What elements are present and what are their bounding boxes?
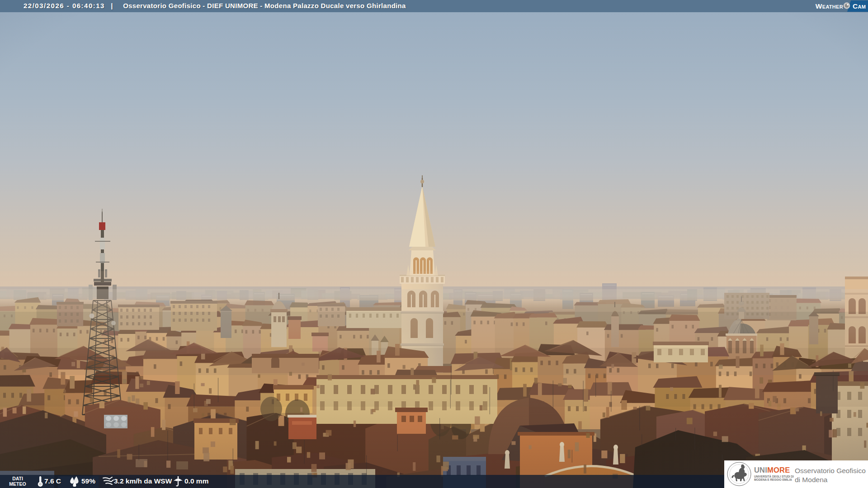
- svg-text:WEATHER: WEATHER: [816, 2, 843, 10]
